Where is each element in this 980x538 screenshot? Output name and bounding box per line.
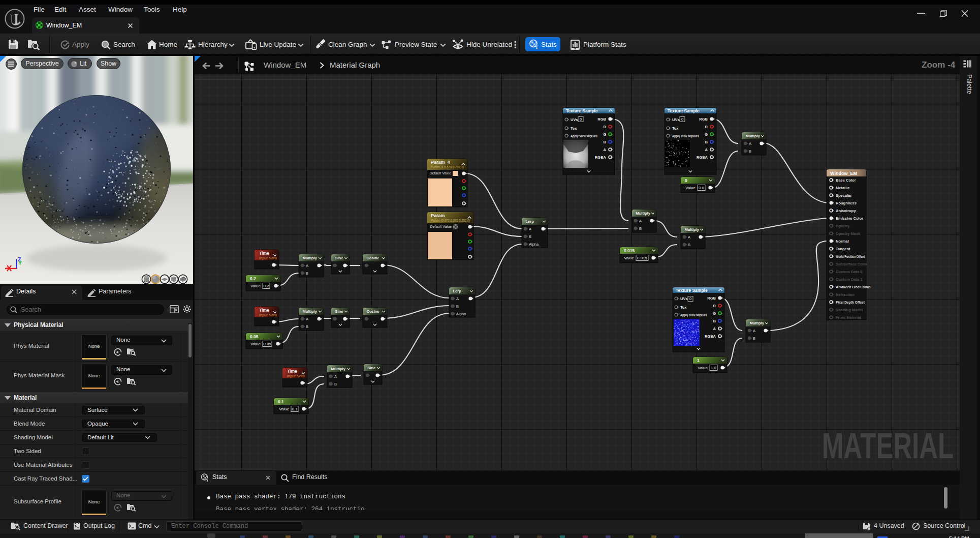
svg-text:0: 0 [681, 117, 683, 122]
svg-text:Front Material: Front Material [836, 315, 861, 320]
svg-text:G: G [603, 132, 606, 137]
svg-text:Value: Value [250, 284, 261, 288]
svg-text:Multiply: Multiply [746, 134, 761, 138]
svg-text:G: G [705, 132, 708, 137]
svg-text:Multiply: Multiply [303, 309, 318, 314]
svg-text:Param: Param [431, 213, 445, 218]
svg-text:B: B [713, 319, 716, 323]
svg-text:Time: Time [287, 369, 297, 374]
svg-text:Lerp: Lerp [526, 219, 534, 224]
svg-text:Multiply: Multiply [685, 227, 700, 232]
svg-text:Alpha: Alpha [529, 242, 539, 247]
svg-text:Apply View MipBias: Apply View MipBias [672, 134, 699, 138]
svg-text:A: A [753, 328, 755, 333]
svg-text:0.2: 0.2 [250, 276, 256, 281]
svg-text:Apply View MipBias: Apply View MipBias [680, 313, 707, 317]
svg-text:World Position Offset: World Position Offset [836, 254, 865, 259]
svg-text:1: 1 [697, 358, 700, 363]
svg-text:Sine: Sine [368, 366, 376, 370]
svg-text:RGB: RGB [707, 296, 716, 301]
svg-text:B: B [306, 271, 308, 276]
svg-text:Window_EM: Window_EM [830, 171, 857, 176]
svg-text:A: A [306, 263, 308, 268]
svg-text:Shading Model: Shading Model [836, 308, 863, 312]
svg-text:Value: Value [279, 407, 289, 411]
svg-text:B: B [688, 243, 690, 247]
svg-text:RGBA: RGBA [595, 155, 607, 160]
svg-text:Subsurface Color: Subsurface Color [836, 262, 868, 266]
svg-text:A: A [604, 147, 607, 152]
svg-text:Multiply: Multiply [331, 367, 346, 371]
svg-text:Ambient Occlusion: Ambient Occlusion [836, 285, 871, 289]
svg-text:Default Value: Default Value [430, 224, 452, 229]
svg-text:Tex: Tex [680, 305, 687, 310]
svg-text:A: A [688, 235, 690, 240]
svg-text:Normal: Normal [836, 239, 849, 244]
svg-text:Y: Y [18, 260, 22, 266]
svg-text:A: A [306, 317, 308, 321]
svg-text:Value: Value [624, 256, 634, 260]
svg-text:0.1: 0.1 [292, 407, 298, 411]
svg-text:0.05: 0.05 [250, 334, 259, 339]
svg-text:G: G [713, 311, 716, 316]
svg-text:UVs: UVs [680, 296, 688, 301]
svg-text:RGBA: RGBA [705, 334, 716, 339]
svg-text:Multiply: Multiply [750, 321, 765, 325]
svg-text:B: B [753, 336, 755, 341]
svg-text:Pixel Depth Offset: Pixel Depth Offset [836, 300, 865, 305]
svg-text:A: A [705, 147, 708, 152]
svg-text:i: i [207, 477, 208, 482]
svg-text:Custom Data 0: Custom Data 0 [836, 270, 863, 274]
svg-text:Metallic: Metallic [836, 186, 850, 190]
svg-text:0.015: 0.015 [624, 248, 635, 253]
svg-text:Input Data: Input Data [287, 374, 305, 378]
svg-text:A: A [639, 219, 642, 223]
svg-text:B: B [639, 226, 642, 231]
svg-text:Texture Sample: Texture Sample [566, 108, 598, 113]
svg-text:Time: Time [259, 308, 269, 313]
svg-text:B: B [529, 234, 531, 239]
svg-text:Refraction: Refraction [836, 292, 855, 297]
svg-text:Texture Sample: Texture Sample [676, 288, 708, 293]
svg-text:Multiply: Multiply [303, 256, 318, 260]
svg-text:Param (1,0.578,0.298,1): Param (1,0.578,0.298,1) [431, 165, 464, 169]
svg-text:Param_4: Param_4 [431, 160, 450, 165]
svg-text:0.0: 0.0 [699, 186, 705, 190]
svg-text:Apply View MipBias: Apply View MipBias [571, 134, 597, 138]
svg-text:B: B [334, 382, 337, 386]
svg-text:0.1: 0.1 [278, 399, 284, 404]
svg-text:Opacity: Opacity [836, 224, 850, 228]
svg-text:R: R [705, 125, 708, 129]
svg-text:0.2: 0.2 [263, 284, 269, 288]
svg-text:0.015: 0.015 [637, 256, 648, 260]
svg-text:UVs: UVs [571, 117, 578, 122]
svg-text:Roughness: Roughness [836, 201, 857, 205]
svg-text:Tex: Tex [571, 126, 577, 131]
svg-text:Tex: Tex [672, 126, 679, 131]
svg-text:Sine: Sine [335, 256, 343, 260]
svg-text:Cosine: Cosine [367, 309, 380, 314]
svg-text:Param (0.672,0.395,0.202,0): Param (0.672,0.395,0.202,0) [431, 218, 470, 223]
svg-text:R: R [604, 125, 607, 129]
svg-text:RGB: RGB [597, 117, 606, 122]
svg-text:0: 0 [689, 296, 691, 301]
svg-text:Texture Sample: Texture Sample [668, 108, 700, 113]
svg-text:A: A [749, 141, 751, 146]
svg-text:A: A [713, 326, 716, 331]
svg-text:Input Data: Input Data [259, 313, 277, 317]
svg-text:Value: Value [698, 366, 708, 370]
svg-text:B: B [604, 140, 607, 144]
svg-text:A: A [529, 227, 531, 231]
svg-text:Anisotropy: Anisotropy [836, 208, 856, 213]
svg-text:i: i [536, 45, 538, 50]
svg-text:A: A [456, 296, 459, 301]
svg-text:RGBA: RGBA [697, 155, 708, 160]
svg-text:Multiply: Multiply [636, 211, 651, 216]
svg-text:Value: Value [250, 342, 261, 346]
svg-text:Lerp: Lerp [453, 289, 462, 293]
svg-text:0: 0 [685, 178, 687, 183]
svg-text:Sine: Sine [335, 309, 343, 314]
svg-text:Opacity Mask: Opacity Mask [836, 231, 861, 236]
svg-text:A: A [334, 374, 337, 379]
svg-text:Cosine: Cosine [367, 256, 380, 260]
